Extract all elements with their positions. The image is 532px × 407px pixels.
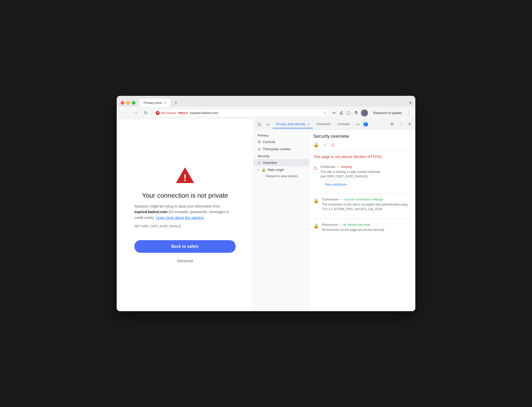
tab-elements-label: Elements [317, 122, 331, 126]
security-overview-title: Security overview [313, 134, 411, 139]
privacy-section-label: Privacy [254, 132, 309, 138]
forward-button[interactable]: → [131, 109, 140, 117]
tab-console[interactable]: Console [335, 120, 353, 128]
printer-icon[interactable]: 🖨 [339, 110, 344, 116]
reload-details-item[interactable]: Reload to view details [262, 173, 309, 179]
connection-section: 🔒 Connection – secure connection setting… [313, 197, 411, 213]
overview-warn-icon: ⚠ [258, 161, 261, 165]
certificate-section: ⚠ Certificate – missing This site is mis… [313, 165, 411, 188]
conn-title: Connection – secure connection settings [322, 197, 411, 201]
devtools-close-button[interactable]: ✕ [406, 121, 413, 128]
error-page: ! Your connection is not private Attacke… [117, 119, 253, 311]
inspect-icon[interactable]: ⊡ [256, 121, 263, 128]
view-certificate-button[interactable]: View certificate [320, 181, 351, 188]
settings-icon[interactable]: ⚙ [388, 121, 396, 128]
resources-desc: All resources on this page are served se… [322, 228, 385, 232]
more-options-icon[interactable]: ⋮ [397, 121, 405, 128]
sidebar-item-cookies[interactable]: ◎ Third-party cookies [254, 145, 309, 152]
controls-gear-icon: ⚙ [258, 140, 261, 144]
learn-more-link[interactable]: Learn more about this warning [156, 216, 204, 220]
devtools-body: Privacy ⚙ Controls ◎ Third-party cookies… [254, 130, 415, 311]
menu-dots-icon[interactable]: ⋮ [407, 110, 411, 116]
lock-icon: 🔒 [261, 168, 266, 172]
responsive-icon[interactable]: ▭ [264, 121, 272, 128]
sidebar-item-overview[interactable]: ⚠ Overview [254, 159, 309, 166]
conn-desc: The connection to this site is encrypted… [322, 202, 411, 211]
flask-icon[interactable]: ⚗ [354, 110, 358, 116]
cert-status: missing [341, 165, 352, 169]
scissors-icon[interactable]: ✂ [332, 110, 336, 116]
reload-button[interactable]: ↻ [142, 109, 150, 117]
expand-sec-icon[interactable]: ⤢ [323, 142, 327, 148]
overview-label: Overview [263, 161, 277, 165]
main-content: ! Your connection is not private Attacke… [117, 119, 415, 311]
cert-body: Certificate – missing This site is missi… [320, 165, 411, 188]
devtools-main-panel: Security overview 🔒 ⤢ ⚠ This page is not… [309, 130, 415, 311]
error-desc-prefix: Attackers might be trying to steal your … [134, 204, 220, 208]
devtools-panel: ⊡ ▭ Privacy and security × Elements Cons… [253, 119, 415, 311]
bookmark-icon[interactable]: ☆ [323, 110, 326, 115]
tab-elements[interactable]: Elements [314, 120, 334, 128]
cert-title: Certificate – missing [320, 165, 411, 169]
tab-bar: Privacy error × + ▾ [139, 99, 411, 107]
devtools-tab-bar: ⊡ ▭ Privacy and security × Elements Cons… [254, 119, 415, 130]
tab-privacy-security[interactable]: Privacy and security × [273, 120, 313, 128]
url-scheme: https:// [178, 111, 188, 115]
active-tab[interactable]: Privacy error × [139, 99, 170, 107]
tab-close-button[interactable]: × [164, 101, 166, 105]
tab-dropdown-icon[interactable]: ▾ [409, 100, 411, 105]
cert-title-text: Certificate [320, 165, 335, 169]
security-section-label: Security [254, 152, 309, 159]
tab-console-label: Console [338, 122, 350, 126]
title-bar: Privacy error × + ▾ [117, 96, 415, 107]
main-origin-label: Main origin [268, 168, 284, 172]
conn-lock-icon: 🔒 [313, 198, 319, 213]
url-domain: expired.badssl.com [190, 111, 218, 115]
back-button[interactable]: ← [121, 109, 129, 117]
security-error-message: This page is not secure (broken HTTPS). [313, 154, 411, 160]
error-code-text: NET::ERR_CERT_DATE_INVALID [134, 224, 181, 228]
resources-status: all served securely [343, 223, 371, 227]
more-tabs-button[interactable]: >> [354, 121, 362, 127]
not-secure-label: Not Secure [161, 111, 176, 115]
resources-body: Resources – all served securely All reso… [322, 223, 385, 234]
devtools-sidebar: Privacy ⚙ Controls ◎ Third-party cookies… [254, 130, 309, 311]
error-domain: expired.badssl.com [134, 210, 168, 214]
error-description: Attackers might be trying to steal your … [134, 204, 236, 220]
tab-title: Privacy error [144, 101, 162, 105]
not-secure-badge: ✕ Not Secure [156, 111, 176, 115]
conn-body: Connection – secure connection settings … [322, 197, 411, 213]
lock-sec-icon[interactable]: 🔒 [313, 142, 319, 148]
tab-privacy-security-close[interactable]: × [308, 122, 310, 126]
controls-label: Controls [263, 140, 275, 144]
divider-2 [313, 218, 411, 219]
conn-title-text: Connection [322, 197, 339, 201]
maximize-traffic-light[interactable] [132, 101, 135, 105]
address-bar[interactable]: ✕ Not Secure https:// expired.badssl.com… [152, 109, 330, 117]
resources-lock-icon: 🔒 [313, 223, 319, 234]
cert-desc: This site is missing a valid, trusted ce… [320, 170, 411, 179]
sidebar-item-controls[interactable]: ⚙ Controls [254, 138, 309, 145]
cookies-icon: ◎ [258, 147, 261, 151]
divider-1 [313, 193, 411, 193]
close-traffic-light[interactable] [121, 101, 124, 105]
resources-section: 🔒 Resources – all served securely All re… [313, 223, 411, 234]
profile-avatar[interactable]: 👤 [361, 109, 368, 117]
tab-privacy-security-label: Privacy and security [276, 122, 305, 126]
toolbar-icons: ✂ 🖨 ⬡ ⚗ 👤 Relaunch to update ⋮ [332, 109, 411, 117]
toolbar: ← → ↻ ✕ Not Secure https:// expired.bads… [117, 107, 415, 119]
cert-warn-icon: ⚠ [313, 165, 317, 188]
new-tab-button[interactable]: + [172, 99, 179, 107]
warning-triangle-icon: ! [175, 165, 195, 186]
security-icons-row: 🔒 ⤢ ⚠ [313, 142, 411, 151]
warn-sec-icon[interactable]: ⚠ [331, 142, 335, 148]
minimize-traffic-light[interactable] [126, 101, 130, 105]
back-to-safety-button[interactable]: Back to safety [134, 240, 236, 253]
conn-status: secure connection settings [344, 197, 383, 201]
resources-title-text: Resources [322, 223, 338, 227]
relaunch-button[interactable]: Relaunch to update [371, 110, 404, 116]
sidebar-item-main-origin[interactable]: ▾ 🔒 Main origin [254, 166, 309, 173]
advanced-button[interactable]: Advanced [175, 257, 195, 265]
expand-icon: ▾ [258, 168, 259, 171]
cast-icon[interactable]: ⬡ [347, 110, 351, 116]
